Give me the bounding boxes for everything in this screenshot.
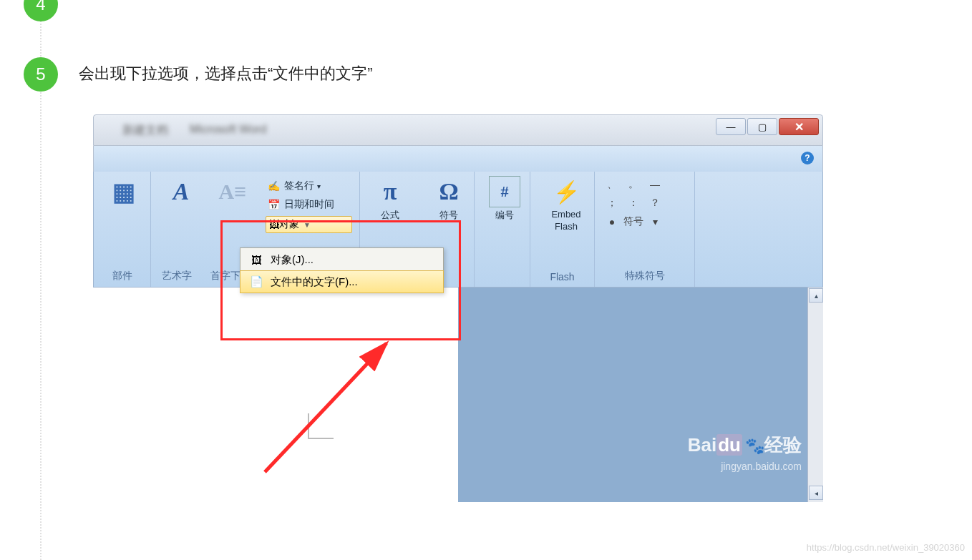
brand-prefix: Bai bbox=[688, 434, 716, 456]
scroll-up-button[interactable]: ▴ bbox=[809, 288, 823, 303]
minimize-button[interactable]: — bbox=[716, 118, 746, 135]
page-corner-mark bbox=[308, 413, 334, 439]
brand-url: jingyan.baidu.com bbox=[688, 461, 802, 472]
embed-label: Embed bbox=[551, 209, 580, 220]
object-icon: 🖼 bbox=[269, 219, 279, 230]
dropcap-icon: A≡ bbox=[217, 176, 248, 207]
step-badge-4: 4 bbox=[24, 0, 58, 21]
wordart-button[interactable]: A bbox=[160, 176, 203, 207]
pi-icon: π bbox=[374, 176, 406, 207]
ribbon: ▦ 部件 A 艺术字 A≡ 首字下沉 ✍ 签名行 ▾ 📅 日期和时间 bbox=[93, 172, 823, 288]
file-text-icon: 📄 bbox=[246, 275, 266, 288]
chevron-down-icon: ▼ bbox=[303, 221, 311, 229]
step-badge-5: 5 bbox=[24, 57, 58, 92]
signature-line-button[interactable]: ✍ 签名行 ▾ bbox=[266, 177, 352, 195]
baidu-watermark: Baidu🐾经验 jingyan.baidu.com bbox=[688, 433, 802, 472]
datetime-label: 日期和时间 bbox=[284, 198, 334, 211]
brand-mid: du bbox=[716, 434, 742, 456]
scroll-prev-button[interactable]: ◂ bbox=[809, 486, 823, 500]
menu-item-file-text-label: 文件中的文字(F)... bbox=[271, 275, 358, 289]
object-label: 对象 bbox=[279, 218, 299, 231]
maximize-button[interactable]: ▢ bbox=[747, 118, 777, 135]
number-button[interactable]: # 编号 bbox=[483, 176, 526, 222]
group-label-parts: 部件 bbox=[94, 270, 150, 283]
titlebar-doc-name: 新建文档 bbox=[122, 123, 168, 138]
menu-item-text-from-file[interactable]: 📄 文件中的文字(F)... bbox=[240, 270, 444, 293]
datetime-icon: 📅 bbox=[266, 198, 281, 211]
step-5-instruction: 会出现下拉选项，选择点击“文件中的文字” bbox=[79, 63, 373, 84]
object-dropdown-menu: 🖼 对象(J)... 📄 文件中的文字(F)... bbox=[240, 247, 444, 293]
close-button[interactable]: ✕ bbox=[779, 118, 819, 135]
group-label-wordart: 艺术字 bbox=[151, 270, 203, 283]
symbol-label: 符号 bbox=[439, 209, 458, 222]
object-dropdown-button[interactable]: 🖼 对象 ▼ bbox=[266, 216, 352, 233]
number-label: 编号 bbox=[495, 209, 514, 222]
symbol-grid[interactable]: 、。— ；：？ ●符号▾ bbox=[602, 176, 665, 230]
object-menu-icon: 🖼 bbox=[246, 254, 266, 266]
omega-icon: Ω bbox=[433, 176, 465, 207]
window-titlebar: 新建文档 Microsoft Word — ▢ ✕ bbox=[93, 114, 823, 146]
wordart-icon: A bbox=[165, 176, 197, 207]
parts-button[interactable]: ▦ bbox=[102, 176, 145, 207]
flash-label: Flash bbox=[555, 221, 578, 232]
vertical-scrollbar[interactable]: ▴ ◂ bbox=[807, 288, 823, 502]
datetime-button[interactable]: 📅 日期和时间 bbox=[266, 196, 352, 213]
group-label-flash: Flash bbox=[530, 271, 594, 283]
number-icon: # bbox=[489, 176, 520, 207]
signature-icon: ✍ bbox=[266, 180, 281, 192]
ribbon-tabbar: ? bbox=[93, 146, 823, 172]
equation-label: 公式 bbox=[381, 209, 399, 222]
signature-label: 签名行 bbox=[284, 180, 314, 192]
embed-flash-button[interactable]: ⚡ Embed Flash bbox=[539, 176, 593, 232]
word-screenshot: 新建文档 Microsoft Word — ▢ ✕ ? ▦ 部件 A 艺术字 A… bbox=[79, 100, 823, 508]
equation-button[interactable]: π 公式 bbox=[369, 176, 412, 222]
menu-item-object[interactable]: 🖼 对象(J)... bbox=[240, 248, 443, 271]
dropcap-button[interactable]: A≡ bbox=[211, 176, 254, 207]
parts-icon: ▦ bbox=[108, 176, 140, 207]
symbol-button[interactable]: Ω 符号 bbox=[427, 176, 470, 222]
titlebar-app-name: Microsoft Word bbox=[190, 123, 266, 138]
sym-btn-label: 符号 bbox=[623, 213, 643, 230]
document-canvas[interactable] bbox=[93, 288, 458, 524]
brand-suffix: 经验 bbox=[764, 434, 802, 456]
flash-icon: ⚡ bbox=[550, 176, 582, 207]
group-label-special-symbol: 特殊符号 bbox=[595, 270, 694, 283]
source-url: https://blog.csdn.net/weixin_39020360 bbox=[807, 542, 965, 553]
help-icon[interactable]: ? bbox=[801, 152, 814, 164]
menu-item-object-label: 对象(J)... bbox=[271, 253, 314, 267]
